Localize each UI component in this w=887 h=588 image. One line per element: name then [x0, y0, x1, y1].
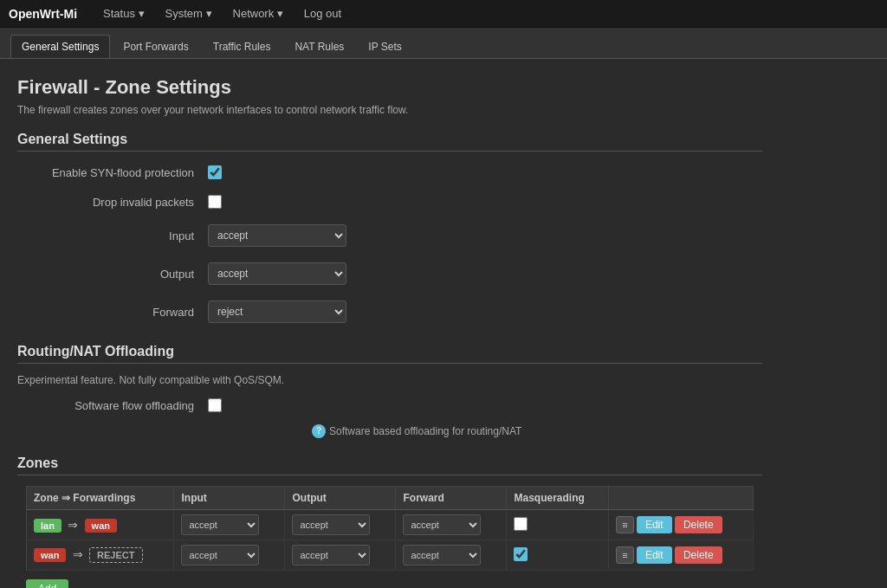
zone-wan-masquerade-checkbox[interactable] [514, 547, 528, 561]
forward-policy-select[interactable]: accept drop reject [208, 300, 346, 323]
output-policy-select[interactable]: accept drop reject [208, 262, 346, 285]
col-actions [609, 487, 754, 510]
drop-invalid-checkbox[interactable] [208, 195, 222, 209]
syn-flood-row: Enable SYN-flood protection [17, 162, 762, 183]
page-subtitle: The firewall creates zones over your net… [17, 104, 762, 116]
zone-lan-forward-select[interactable]: accept drop reject [403, 514, 481, 535]
zone-lan-menu-button[interactable]: ≡ [616, 516, 633, 533]
zone-lan-delete-button[interactable]: Delete [675, 516, 722, 533]
zone-lan-forward: accept drop reject [396, 510, 507, 540]
tab-port-forwards[interactable]: Port Forwards [112, 35, 199, 58]
brand: OpenWrt-Mi [9, 7, 77, 21]
sw-flow-offload-row: Software flow offloading [17, 395, 762, 416]
add-zone-row: Add [26, 579, 754, 588]
arrow-wan: ⇒ [69, 547, 87, 561]
tab-ip-sets[interactable]: IP Sets [357, 35, 412, 58]
zone-wan-actions: ≡ Edit Delete [609, 540, 754, 571]
input-policy-label: Input [17, 229, 208, 242]
add-zone-button[interactable]: Add [26, 579, 68, 588]
general-settings-section: General Settings Enable SYN-flood protec… [17, 132, 762, 326]
zone-lan-output: accept drop reject [285, 510, 396, 540]
routing-nat-section: Routing/NAT Offloading Experimental feat… [17, 344, 762, 438]
zone-wan-input: accept drop reject [174, 540, 285, 571]
zone-wan-menu-button[interactable]: ≡ [616, 546, 633, 564]
forwarding-badge-reject: REJECT [89, 547, 142, 563]
sw-flow-offload-label: Software flow offloading [17, 399, 208, 412]
col-forward: Forward [396, 487, 507, 510]
zone-badge-lan: lan [34, 519, 62, 533]
tab-general-settings[interactable]: General Settings [10, 35, 110, 58]
zone-wan-masquerade [507, 540, 609, 571]
zone-lan-input: accept drop reject [174, 510, 285, 540]
input-policy-select[interactable]: accept drop reject [208, 224, 346, 247]
zones-section: Zones Zone ⇒ Forwardings Input Output Fo… [17, 456, 762, 588]
routing-nat-desc: Experimental feature. Not fully compatib… [17, 374, 762, 386]
drop-invalid-label: Drop invalid packets [17, 196, 208, 209]
topnav: OpenWrt-Mi Status ▾ System ▾ Network ▾ L… [0, 0, 887, 28]
syn-flood-checkbox[interactable] [208, 165, 222, 179]
sw-flow-offload-help-row: ? Software based offloading for routing/… [312, 424, 762, 438]
zone-wan-delete-button[interactable]: Delete [675, 546, 722, 564]
zone-lan-masquerade [507, 510, 609, 540]
zones-table: Zone ⇒ Forwardings Input Output Forward … [26, 486, 754, 571]
help-icon: ? [312, 424, 326, 438]
forward-policy-label: Forward [17, 306, 208, 319]
forward-policy-row: Forward accept drop reject [17, 297, 762, 326]
zone-row-wan: wan ⇒ REJECT accept drop reject [27, 540, 754, 571]
zone-wan-input-select[interactable]: accept drop reject [181, 545, 259, 565]
zone-lan-edit-button[interactable]: Edit [637, 516, 672, 533]
zone-wan-output: accept drop reject [285, 540, 396, 571]
zone-wan-edit-button[interactable]: Edit [637, 546, 672, 564]
zone-lan-masquerade-checkbox[interactable] [514, 517, 528, 531]
output-policy-row: Output accept drop reject [17, 259, 762, 288]
main-content: Firewall - Zone Settings The firewall cr… [0, 59, 780, 588]
routing-nat-title: Routing/NAT Offloading [17, 344, 762, 364]
zone-lan-actions: ≡ Edit Delete [609, 510, 754, 540]
zone-lan-output-select[interactable]: accept drop reject [292, 514, 370, 535]
zones-table-wrap: Zone ⇒ Forwardings Input Output Forward … [17, 486, 762, 588]
sw-flow-offload-help-text: Software based offloading for routing/NA… [329, 425, 521, 437]
col-input: Input [174, 487, 285, 510]
col-masquerading: Masquerading [507, 487, 609, 510]
zone-lan-input-select[interactable]: accept drop reject [181, 514, 259, 535]
zones-title: Zones [17, 456, 762, 475]
zone-wan-forward: accept drop reject [396, 540, 507, 571]
tab-traffic-rules[interactable]: Traffic Rules [202, 35, 282, 58]
tabs-bar: General Settings Port Forwards Traffic R… [0, 28, 887, 59]
tab-nat-rules[interactable]: NAT Rules [283, 35, 355, 58]
zone-lan-forwardings: lan ⇒ wan [27, 510, 174, 540]
zone-wan-forward-select[interactable]: accept drop reject [403, 545, 481, 565]
zone-wan-forwardings: wan ⇒ REJECT [27, 540, 174, 571]
syn-flood-label: Enable SYN-flood protection [17, 166, 208, 179]
input-policy-row: Input accept drop reject [17, 221, 762, 250]
general-settings-title: General Settings [17, 132, 762, 152]
network-menu[interactable]: Network ▾ [224, 2, 292, 25]
arrow-lan: ⇒ [64, 518, 81, 532]
forwarding-badge-wan: wan [85, 519, 117, 533]
output-policy-label: Output [17, 268, 208, 281]
page-title: Firewall - Zone Settings [17, 76, 762, 99]
zone-row-lan: lan ⇒ wan accept drop reject [27, 510, 754, 540]
drop-invalid-row: Drop invalid packets [17, 191, 762, 212]
zone-badge-wan: wan [34, 548, 66, 562]
system-menu[interactable]: System ▾ [157, 2, 221, 25]
col-zone-forwardings: Zone ⇒ Forwardings [27, 487, 174, 510]
col-output: Output [285, 487, 396, 510]
sw-flow-offload-checkbox[interactable] [208, 398, 222, 412]
logout[interactable]: Log out [295, 2, 350, 25]
zone-wan-output-select[interactable]: accept drop reject [292, 545, 370, 565]
status-menu[interactable]: Status ▾ [94, 2, 152, 25]
